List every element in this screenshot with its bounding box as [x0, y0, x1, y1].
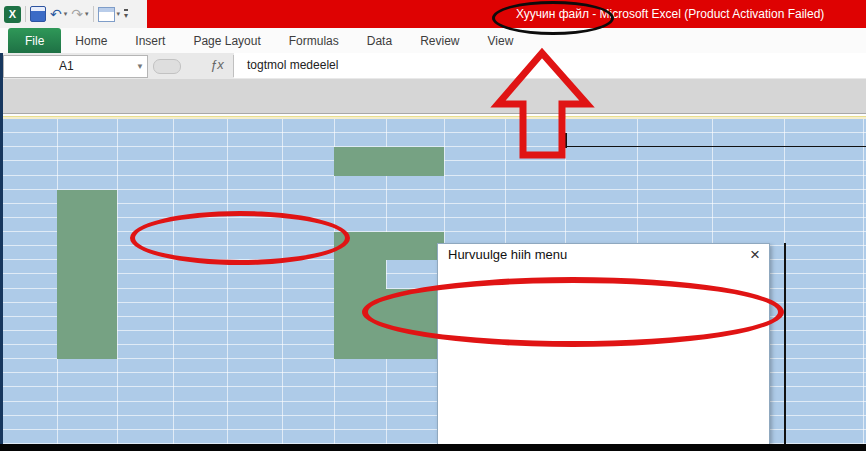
- gridline-horizontal: [3, 203, 866, 204]
- green-cell-range: [334, 147, 444, 175]
- divider: [25, 6, 26, 22]
- gridline-vertical: [282, 119, 283, 444]
- toggle-dropdown-icon[interactable]: ▾: [117, 10, 121, 18]
- dialog-title: Hurvuulge hiih menu: [448, 247, 567, 262]
- formula-input[interactable]: togtmol medeelel: [234, 53, 866, 78]
- tab-insert[interactable]: Insert: [121, 28, 179, 53]
- range-border-horizontal: [565, 146, 866, 148]
- hurvuulge-dialog: Hurvuulge hiih menu ×: [437, 243, 770, 451]
- redo-icon[interactable]: ↷: [71, 7, 83, 21]
- gridline-vertical: [173, 119, 174, 444]
- annotation-red-ellipse-export: [130, 211, 350, 265]
- gridline-vertical: [227, 119, 228, 444]
- insert-function-icon[interactable]: ƒx: [210, 57, 224, 72]
- window-left-border: [0, 53, 3, 444]
- app-title: - Microsoft Excel (Product Activation Fa…: [592, 7, 824, 21]
- gridline-vertical: [863, 119, 864, 444]
- green-cell-range: [334, 260, 386, 288]
- tab-review[interactable]: Review: [406, 28, 473, 53]
- gridline-horizontal: [3, 189, 866, 190]
- range-border-vertical: [784, 243, 786, 444]
- close-icon[interactable]: ×: [750, 245, 760, 265]
- range-border-vertical: [565, 133, 567, 148]
- undo-icon[interactable]: ↶: [50, 7, 62, 21]
- title-bar: Хуучин файл - Microsoft Excel (Product A…: [0, 0, 866, 28]
- formula-bar: A1 ▼ ƒx togtmol medeelel: [0, 53, 866, 80]
- cell-reference: A1: [59, 59, 74, 73]
- name-box[interactable]: A1 ▼: [3, 55, 148, 78]
- tab-formulas[interactable]: Formulas: [275, 28, 353, 53]
- collapsed-ribbon-panel: [0, 79, 866, 114]
- tab-data[interactable]: Data: [353, 28, 406, 53]
- qat-customize-icon[interactable]: ▾: [124, 9, 128, 20]
- divider: [93, 6, 94, 22]
- annotation-red-ellipse-button11: [362, 277, 784, 347]
- formula-bar-splitter[interactable]: [153, 59, 181, 74]
- redo-dropdown-icon[interactable]: ▾: [85, 10, 89, 18]
- window-bottom-border: [0, 444, 866, 451]
- green-cell-range: [57, 190, 117, 360]
- gridline-horizontal: [3, 217, 866, 218]
- name-box-dropdown-icon[interactable]: ▼: [136, 62, 144, 71]
- ribbon-tab-bar: FileHomeInsertPage LayoutFormulasDataRev…: [0, 28, 866, 54]
- annotation-black-ellipse: [492, 1, 614, 35]
- green-cell-range: [334, 232, 444, 260]
- tab-file[interactable]: File: [8, 28, 61, 53]
- tab-page-layout[interactable]: Page Layout: [179, 28, 274, 53]
- gridline-vertical: [117, 119, 118, 444]
- tab-home[interactable]: Home: [61, 28, 121, 53]
- ribbon-toggle-icon[interactable]: [98, 7, 115, 22]
- save-icon[interactable]: [30, 6, 46, 22]
- quick-access-toolbar: X ↶▾ ↷▾ ▾ ▾: [2, 2, 128, 26]
- undo-dropdown-icon[interactable]: ▾: [64, 10, 68, 18]
- excel-logo-icon[interactable]: X: [4, 6, 21, 23]
- gridline-horizontal: [3, 132, 866, 133]
